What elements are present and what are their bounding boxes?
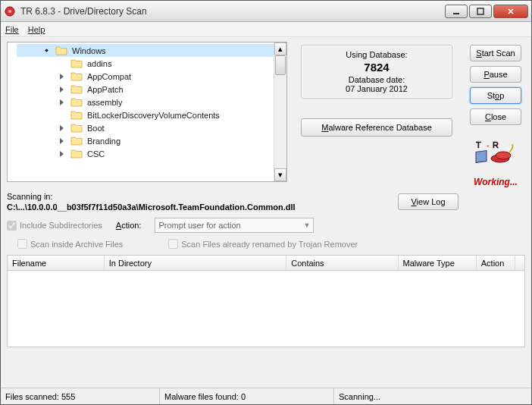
scan-archive-checkbox[interactable]: Scan inside Archive Files xyxy=(17,239,123,249)
working-label: Working... xyxy=(474,177,518,187)
tree-scrollbar[interactable]: ▴ ▾ xyxy=(274,42,286,181)
th-directory[interactable]: In Directory xyxy=(105,256,286,270)
expand-icon[interactable] xyxy=(58,72,66,80)
scan-renamed-input[interactable] xyxy=(168,239,178,249)
scanning-in-label: Scanning in: xyxy=(7,192,390,201)
tree-label: assembly xyxy=(87,98,122,107)
include-subdirectories-checkbox[interactable]: Include Subdirectories xyxy=(7,221,102,231)
svg-text:R: R xyxy=(493,140,499,149)
expand-icon[interactable] xyxy=(58,149,66,158)
tree-item-bitlockerdiscoveryvolumecontents[interactable]: BitLockerDiscoveryVolumeContents xyxy=(17,108,274,121)
folder-icon xyxy=(70,136,83,146)
th-contains[interactable]: Contains xyxy=(286,256,398,270)
th-malware-type[interactable]: Malware Type xyxy=(399,256,477,270)
scanning-path: C:\...\10.0.0.0__b03f5f7f11d50a3a\Micros… xyxy=(7,202,390,212)
menubar: File Help xyxy=(1,22,531,37)
tree-item-apppatch[interactable]: AppPatch xyxy=(17,83,274,96)
svg-text:T: T xyxy=(476,140,481,149)
chevron-down-icon: ▼ xyxy=(304,221,311,229)
directory-tree[interactable]: WindowsaddinsAppCompatAppPatchassemblyBi… xyxy=(7,42,287,182)
minimize-button[interactable] xyxy=(445,5,468,18)
scroll-down-button[interactable]: ▾ xyxy=(274,168,286,181)
status-files-scanned: Files scanned: 555 xyxy=(1,388,160,404)
tr-logo: T - R xyxy=(473,133,518,168)
menu-file[interactable]: File xyxy=(5,25,19,34)
status-malware-found: Malware files found: 0 xyxy=(160,388,334,404)
content-area: WindowsaddinsAppCompatAppPatchassemblyBi… xyxy=(1,37,531,388)
tree-label: CSC xyxy=(87,149,105,159)
svg-point-9 xyxy=(496,152,511,159)
results-table: Filename In Directory Contains Malware T… xyxy=(7,255,525,347)
folder-icon xyxy=(55,46,67,55)
tree-item-appcompat[interactable]: AppCompat xyxy=(17,70,274,83)
tree-label: AppCompat xyxy=(87,72,131,81)
tree-label: Boot xyxy=(87,124,105,133)
expand-icon[interactable] xyxy=(58,124,66,132)
collapse-icon[interactable] xyxy=(42,46,51,55)
menu-help[interactable]: Help xyxy=(28,25,45,34)
scan-archive-input[interactable] xyxy=(17,239,27,249)
view-log-button[interactable]: View Log xyxy=(398,193,458,210)
app-icon xyxy=(4,5,16,17)
svg-rect-7 xyxy=(476,150,487,162)
svg-rect-3 xyxy=(477,8,483,14)
tree-item-windows[interactable]: Windows xyxy=(17,44,274,57)
th-spacer xyxy=(515,256,524,270)
svg-text:-: - xyxy=(487,140,490,149)
pause-button[interactable]: Pause xyxy=(470,66,521,83)
scroll-thumb[interactable] xyxy=(275,55,286,75)
folder-icon xyxy=(70,97,83,107)
main-window: TR 6.8.3 - Drive/Directory Scan File Hel… xyxy=(0,0,532,405)
close-scan-button[interactable]: Close xyxy=(470,108,521,125)
action-dropdown[interactable]: Prompt user for action ▼ xyxy=(155,218,314,233)
folder-icon xyxy=(70,58,83,68)
start-scan-button[interactable]: Start Scan xyxy=(470,45,521,61)
svg-point-1 xyxy=(8,10,11,13)
tree-label: addins xyxy=(87,59,111,68)
tree-label: Windows xyxy=(72,46,106,55)
table-header: Filename In Directory Contains Malware T… xyxy=(8,256,524,271)
db-using-label: Using Database: xyxy=(306,50,447,59)
svg-rect-2 xyxy=(453,13,459,14)
scroll-up-button[interactable]: ▴ xyxy=(274,42,286,55)
titlebar: TR 6.8.3 - Drive/Directory Scan xyxy=(1,1,531,22)
expand-icon[interactable] xyxy=(58,137,66,145)
tree-item-branding[interactable]: Branding xyxy=(17,134,274,147)
db-date-label: Database date: xyxy=(306,75,447,84)
close-button[interactable] xyxy=(493,5,528,18)
th-action[interactable]: Action xyxy=(477,256,515,270)
stop-button[interactable]: Stop xyxy=(470,87,521,104)
folder-icon xyxy=(70,123,83,133)
tree-label: AppPatch xyxy=(87,85,124,94)
folder-icon xyxy=(70,149,83,159)
db-date: 07 January 2012 xyxy=(306,84,447,93)
expand-icon[interactable] xyxy=(58,85,66,93)
db-count: 7824 xyxy=(306,61,447,74)
expand-icon[interactable] xyxy=(58,98,66,106)
scan-renamed-checkbox[interactable]: Scan Files already renamed by Trojan Rem… xyxy=(168,239,358,249)
malware-reference-button[interactable]: Malware Reference Database xyxy=(301,118,452,137)
tree-item-assembly[interactable]: assembly xyxy=(17,96,274,108)
tree-item-boot[interactable]: Boot xyxy=(17,121,274,134)
folder-icon xyxy=(70,71,83,81)
action-label: Action: xyxy=(116,221,142,230)
folder-icon xyxy=(70,84,83,94)
database-info: Using Database: 7824 Database date: 07 J… xyxy=(301,45,452,99)
tree-item-addins[interactable]: addins xyxy=(17,57,274,70)
action-selected-value: Prompt user for action xyxy=(158,221,240,230)
statusbar: Files scanned: 555 Malware files found: … xyxy=(1,388,531,404)
tree-label: BitLockerDiscoveryVolumeContents xyxy=(87,111,220,120)
maximize-button[interactable] xyxy=(469,5,492,18)
tree-label: Branding xyxy=(87,137,120,146)
status-state: Scanning... xyxy=(334,388,531,404)
th-filename[interactable]: Filename xyxy=(8,256,105,270)
tree-item-csc[interactable]: CSC xyxy=(17,147,274,160)
window-title: TR 6.8.3 - Drive/Directory Scan xyxy=(20,6,445,17)
include-subdirectories-input[interactable] xyxy=(7,221,17,231)
folder-icon xyxy=(70,110,83,120)
